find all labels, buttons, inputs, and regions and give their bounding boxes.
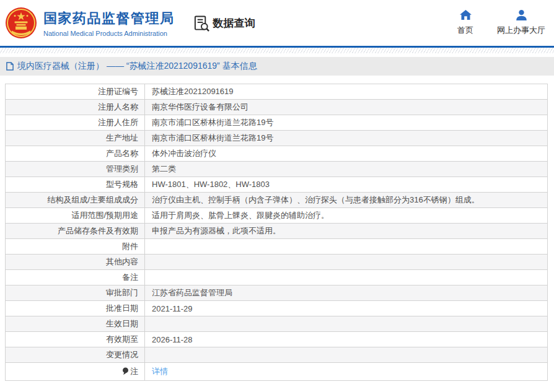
table-row: 变更情况 xyxy=(6,347,548,363)
site-header: 国家药品监督管理局 National Medical Products Admi… xyxy=(0,0,554,46)
row-label-cell: 结构及组成/主要组成成分 xyxy=(6,193,145,208)
row-label: 管理类别 xyxy=(106,164,138,173)
row-label-cell: 产品名称 xyxy=(6,146,145,162)
org-title-en: National Medical Products Administration xyxy=(43,30,175,37)
document-search-icon xyxy=(193,15,210,32)
table-row: 型号规格HW-1801、HW-1802、HW-1803 xyxy=(6,177,548,193)
nav-home[interactable]: 首页 xyxy=(457,10,473,36)
row-label: 注 xyxy=(130,367,138,376)
row-label: 其他内容 xyxy=(106,257,138,266)
row-value-cell: 苏械注准20212091619 xyxy=(145,84,548,100)
org-title-cn: 国家药品监督管理局 xyxy=(43,9,175,28)
row-value-cell: 详情 xyxy=(145,363,548,381)
breadcrumb-text: 境内医疗器械（注册） —— “苏械注准20212091619” 基本信息 xyxy=(17,61,257,72)
row-label-cell: 有效期至 xyxy=(6,332,145,347)
row-value-cell: HW-1801、HW-1802、HW-1803 xyxy=(145,177,548,193)
row-label-cell: 生效日期 xyxy=(6,316,145,332)
table-row: 审批部门江苏省药品监督管理局 xyxy=(6,285,548,301)
data-query-label: 数据查询 xyxy=(213,16,255,30)
row-label-cell: 注册人名称 xyxy=(6,100,145,115)
row-label: 生效日期 xyxy=(106,319,138,328)
row-label: 注册证编号 xyxy=(98,87,138,96)
row-label-cell: 其他内容 xyxy=(6,255,145,270)
row-label: 型号规格 xyxy=(106,180,138,189)
row-value-cell xyxy=(145,347,548,363)
nav-home-label: 首页 xyxy=(457,25,473,36)
page: 国家药品监督管理局 National Medical Products Admi… xyxy=(0,0,554,392)
row-label-cell: 管理类别 xyxy=(6,162,145,177)
row-label: 产品名称 xyxy=(106,149,138,158)
row-value-cell: 2026-11-28 xyxy=(145,332,548,347)
national-emblem-icon xyxy=(5,7,37,39)
row-label-cell: 注册人住所 xyxy=(6,115,145,131)
row-label: 备注 xyxy=(122,272,138,282)
nav-service-hall[interactable]: 网上办事大厅 xyxy=(497,10,545,36)
note-pin-icon xyxy=(122,367,129,375)
row-value-cell: 2021-11-29 xyxy=(145,301,548,316)
row-value: 南京华伟医疗设备有限公司 xyxy=(152,102,248,111)
row-label-cell: 注册证编号 xyxy=(6,84,145,100)
registration-detail-table: 注册证编号苏械注准20212091619注册人名称南京华伟医疗设备有限公司注册人… xyxy=(5,84,548,381)
table-row: 产品储存条件及有效期申报产品为有源器械，此项不适用。 xyxy=(6,224,548,239)
row-label-cell: 变更情况 xyxy=(6,347,145,363)
row-label: 审批部门 xyxy=(106,288,138,297)
row-label: 附件 xyxy=(122,242,138,251)
site-logo[interactable]: 国家药品监督管理局 National Medical Products Admi… xyxy=(5,7,175,39)
row-label: 批准日期 xyxy=(106,303,138,313)
row-value: 第二类 xyxy=(152,164,176,173)
row-label-cell: 备注 xyxy=(6,270,145,285)
row-label-cell: 型号规格 xyxy=(6,177,145,193)
row-label-cell: 附件 xyxy=(6,239,145,255)
row-label: 注册人名称 xyxy=(98,102,138,111)
table-row: 管理类别第二类 xyxy=(6,162,548,177)
row-label: 适用范围/预期用途 xyxy=(71,211,138,220)
row-value-cell: 体外冲击波治疗仪 xyxy=(145,146,548,162)
table-row: 批准日期2021-11-29 xyxy=(6,301,548,316)
row-label-cell: 适用范围/预期用途 xyxy=(6,208,145,224)
table-row: 注册人名称南京华伟医疗设备有限公司 xyxy=(6,100,548,115)
data-query-section[interactable]: 数据查询 xyxy=(193,15,255,32)
row-label-cell: 生产地址 xyxy=(6,131,145,146)
row-value-cell: 江苏省药品监督管理局 xyxy=(145,285,548,301)
row-value: 江苏省药品监督管理局 xyxy=(152,288,232,297)
table-row: 适用范围/预期用途适用于肩周炎、肱骨上髁炎、跟腱炎的辅助治疗。 xyxy=(6,208,548,224)
row-value-cell: 申报产品为有源器械，此项不适用。 xyxy=(145,224,548,239)
row-label: 有效期至 xyxy=(106,334,138,344)
table-row: 生产地址南京市浦口区桥林街道兰花路19号 xyxy=(6,131,548,146)
row-value: HW-1801、HW-1802、HW-1803 xyxy=(152,180,270,189)
table-row: 注册证编号苏械注准20212091619 xyxy=(6,84,548,100)
row-value: 体外冲击波治疗仪 xyxy=(152,149,216,158)
row-value: 苏械注准20212091619 xyxy=(152,87,234,96)
row-label: 结构及组成/主要组成成分 xyxy=(47,195,138,204)
row-value-cell xyxy=(145,239,548,255)
detail-link[interactable]: 详情 xyxy=(152,367,168,376)
row-value: 申报产品为有源器械，此项不适用。 xyxy=(152,226,281,235)
table-row: 注详情 xyxy=(6,363,548,381)
table-row: 备注 xyxy=(6,270,548,285)
row-value: 适用于肩周炎、肱骨上髁炎、跟腱炎的辅助治疗。 xyxy=(152,211,329,220)
row-label: 产品储存条件及有效期 xyxy=(58,226,138,235)
row-value-cell: 南京市浦口区桥林街道兰花路19号 xyxy=(145,115,548,131)
row-value: 2021-11-29 xyxy=(152,304,193,313)
row-value-cell xyxy=(145,316,548,332)
row-value: 南京市浦口区桥林街道兰花路19号 xyxy=(152,133,273,142)
table-row: 有效期至2026-11-28 xyxy=(6,332,548,347)
header-hatch-stripe xyxy=(0,48,554,53)
row-label-cell: 审批部门 xyxy=(6,285,145,301)
row-label: 注册人住所 xyxy=(98,118,138,127)
row-value-cell: 治疗仪由主机、控制手柄（内含子弹体）、治疗探头（与患者接触部分为316不锈钢）组… xyxy=(145,193,548,208)
row-value: 治疗仪由主机、控制手柄（内含子弹体）、治疗探头（与患者接触部分为316不锈钢）组… xyxy=(152,195,480,204)
row-label-cell: 批准日期 xyxy=(6,301,145,316)
row-value-cell xyxy=(145,255,548,270)
row-value-cell: 适用于肩周炎、肱骨上髁炎、跟腱炎的辅助治疗。 xyxy=(145,208,548,224)
row-label-cell: 注 xyxy=(6,363,145,381)
table-row: 其他内容 xyxy=(6,255,548,270)
home-icon xyxy=(460,10,472,20)
table-row: 结构及组成/主要组成成分治疗仪由主机、控制手柄（内含子弹体）、治疗探头（与患者接… xyxy=(6,193,548,208)
row-value-cell: 第二类 xyxy=(145,162,548,177)
nav-service-hall-label: 网上办事大厅 xyxy=(497,25,545,36)
row-value-cell: 南京市浦口区桥林街道兰花路19号 xyxy=(145,131,548,146)
row-value-cell: 南京华伟医疗设备有限公司 xyxy=(145,100,548,115)
table-row: 注册人住所南京市浦口区桥林街道兰花路19号 xyxy=(6,115,548,131)
table-row: 附件 xyxy=(6,239,548,255)
